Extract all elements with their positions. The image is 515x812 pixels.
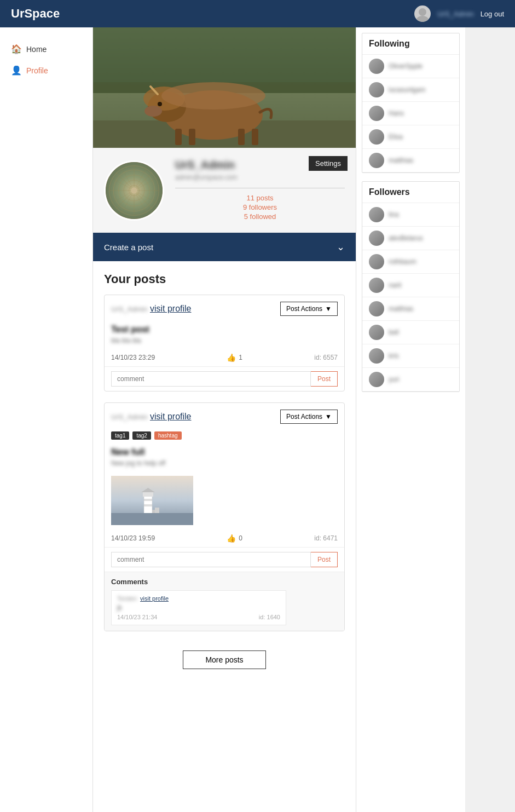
follower-user-item[interactable]: lina [362, 203, 459, 227]
user-avatar [369, 207, 384, 222]
sidebar: 🏠 Home 👤 Profile [0, 27, 93, 812]
profile-section: Settings [93, 148, 356, 233]
post-author-name: UrS_Admin [111, 305, 147, 313]
main-content: Settings [93, 27, 356, 812]
post-actions-label: Post Actions [286, 305, 322, 313]
svg-point-31 [131, 187, 137, 193]
profile-posts-count: 11 posts [175, 194, 345, 202]
svg-rect-9 [238, 129, 245, 145]
user-avatar [369, 106, 384, 121]
user-avatar [369, 59, 384, 74]
post-header: UrS_Admin visit profile Post Actions ▼ [105, 295, 344, 320]
dropdown-arrow-icon: ▼ [325, 413, 332, 421]
dropdown-arrow-icon: ▼ [325, 305, 332, 313]
user-avatar [369, 301, 384, 316]
create-post-label: Create a post [104, 243, 153, 252]
thumbs-up-icon: 👍 [227, 534, 236, 543]
follower-user-item[interactable]: alexBelarus [362, 227, 459, 250]
svg-rect-10 [252, 129, 258, 145]
app-logo: UrSpace [11, 7, 60, 21]
post-author-area: UrS_Admin visit profile [111, 412, 192, 422]
header-right: UrS_Admin Log out [414, 5, 504, 22]
profile-sub: admin@urspace.com [175, 174, 345, 181]
follower-user-item[interactable]: yuri [362, 368, 459, 391]
svg-rect-34 [143, 492, 153, 497]
follower-user-item[interactable]: bell [362, 321, 459, 344]
svg-point-14 [158, 102, 162, 106]
hashtag: hashtag [154, 431, 182, 440]
cover-image [93, 27, 356, 148]
header-username: UrS_Admin [437, 10, 473, 18]
follower-user-item[interactable]: matthias [362, 297, 459, 321]
user-avatar [369, 348, 384, 364]
post-id: id: 6557 [314, 354, 338, 361]
comment-post-button[interactable]: Post [311, 371, 338, 387]
post-actions-button[interactable]: Post Actions ▼ [280, 410, 338, 424]
follower-user-item[interactable]: rothbaum [362, 250, 459, 274]
following-user-item[interactable]: OliverSpple [362, 55, 459, 78]
comment-input[interactable] [111, 552, 311, 567]
comments-title: Comments [111, 578, 338, 586]
more-posts-button[interactable]: More posts [183, 650, 265, 669]
comment-item-header: Torsten visit profile [117, 595, 280, 602]
user-avatar [369, 372, 384, 387]
user-avatar [369, 129, 384, 145]
post-author-area: UrS_Admin visit profile [111, 304, 192, 314]
user-name: matthias [389, 157, 413, 164]
user-name: narit [389, 281, 401, 289]
following-title: Following [362, 33, 459, 55]
post-text: bla bla bla [111, 337, 338, 344]
post-card: UrS_Admin visit profile Post Actions ▼ T… [104, 295, 345, 391]
following-user-item[interactable]: lucasunlgam [362, 78, 459, 102]
post-footer: 14/10/23 23:29 👍 1 id: 6557 [105, 349, 344, 366]
svg-point-0 [419, 8, 426, 16]
comment-visit-profile-link[interactable]: visit profile [140, 595, 169, 602]
create-post-bar[interactable]: Create a post ⌄ [93, 233, 356, 261]
comment-row: Post [105, 366, 344, 391]
post-visit-profile-link[interactable]: visit profile [150, 304, 192, 313]
post-title: Test post [111, 325, 338, 335]
follower-user-item[interactable]: kris [362, 344, 459, 368]
user-name: yuri [389, 376, 399, 383]
post-actions-button[interactable]: Post Actions ▼ [280, 302, 338, 316]
post-timestamp: 14/10/23 23:29 [111, 354, 155, 361]
svg-point-15 [161, 82, 265, 110]
sidebar-home-label: Home [26, 45, 47, 54]
user-avatar [369, 231, 384, 246]
profile-followed-count: 5 followed [175, 212, 345, 221]
following-user-item[interactable]: Hans [362, 102, 459, 125]
profile-avatar [104, 160, 164, 221]
svg-point-16 [144, 106, 162, 117]
comment-item: Torsten visit profile jk 14/10/23 21:34 … [111, 590, 286, 625]
post-body: New full New jog to help off [105, 443, 344, 471]
post-card: UrS_Admin visit profile Post Actions ▼ t… [104, 402, 345, 631]
profile-name: UrS_Admin [175, 159, 345, 171]
svg-rect-40 [152, 510, 155, 513]
following-user-item[interactable]: Elisa [362, 125, 459, 149]
more-posts-wrapper: More posts [104, 642, 345, 686]
comment-post-button[interactable]: Post [311, 552, 338, 567]
following-section: Following OliverSpple lucasunlgam Hans E… [362, 33, 460, 173]
comment-id: id: 1640 [259, 614, 280, 620]
post-visit-profile-link[interactable]: visit profile [150, 412, 192, 421]
follower-user-item[interactable]: narit [362, 274, 459, 297]
following-user-item[interactable]: matthias [362, 149, 459, 172]
svg-rect-38 [111, 513, 193, 525]
user-name: lina [389, 211, 399, 218]
comment-footer: 14/10/23 21:34 id: 1640 [117, 614, 280, 620]
thumbs-up-icon: 👍 [227, 353, 236, 362]
user-avatar [369, 153, 384, 168]
your-posts-section: Your posts UrS_Admin visit profile Post … [93, 261, 356, 696]
post-image [111, 476, 193, 525]
user-name: lucasunlgam [389, 86, 425, 94]
like-number: 1 [239, 354, 242, 361]
right-sidebar: Following OliverSpple lucasunlgam Hans E… [356, 27, 465, 812]
app-header: UrSpace UrS_Admin Log out [0, 0, 515, 27]
sidebar-item-profile[interactable]: 👤 Profile [0, 60, 92, 81]
logout-button[interactable]: Log out [481, 10, 504, 18]
like-count: 👍 1 [227, 353, 242, 362]
sidebar-item-home[interactable]: 🏠 Home [0, 38, 92, 60]
sidebar-profile-label: Profile [26, 66, 48, 75]
profile-info: UrS_Admin admin@urspace.com 11 posts 9 f… [175, 159, 345, 222]
comment-input[interactable] [111, 371, 311, 387]
